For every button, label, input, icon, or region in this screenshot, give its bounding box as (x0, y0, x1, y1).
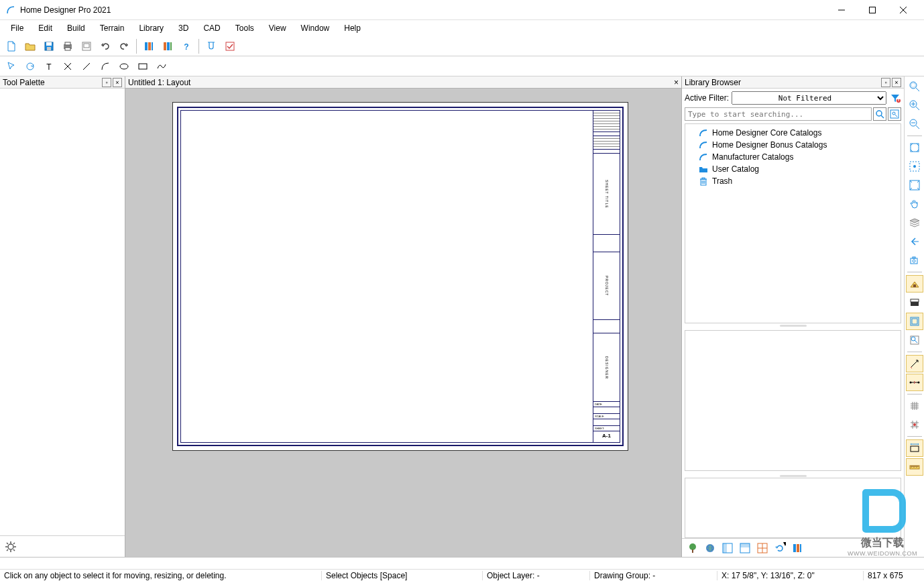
zoom-window-icon[interactable] (906, 78, 923, 95)
help-button[interactable]: ? (178, 38, 195, 55)
view2-icon[interactable] (737, 540, 753, 556)
layout-sheet[interactable]: SHEET TITLE PROJECT DESIGNER DATE: SCALE… (172, 102, 628, 451)
document-tab[interactable]: Untitled 1: Layout (128, 78, 674, 87)
tree-item-label: Home Designer Bonus Catalogs (712, 140, 827, 150)
splitter[interactable] (682, 323, 904, 327)
view-mode-1-icon[interactable] (906, 275, 923, 293)
menu-tools[interactable]: Tools (229, 22, 261, 34)
panels-icon[interactable] (789, 540, 805, 556)
maximize-button[interactable] (857, 0, 888, 20)
svg-rect-13 (148, 42, 151, 50)
dock-icon[interactable]: ▫ (102, 78, 111, 87)
minimize-button[interactable] (826, 0, 857, 20)
print-button[interactable] (59, 38, 76, 55)
arc-tool[interactable] (97, 58, 114, 75)
circle-tool[interactable] (115, 58, 133, 75)
line-tool[interactable] (78, 58, 95, 75)
menu-cad[interactable]: CAD (196, 22, 227, 34)
layers-button[interactable] (159, 38, 176, 55)
status-select: Select Objects [Space] (322, 571, 483, 580)
svg-rect-66 (911, 83, 915, 87)
status-group: Drawing Group: - (590, 571, 717, 580)
cross-tool[interactable] (59, 58, 76, 75)
menu-help[interactable]: Help (337, 22, 367, 34)
plant-icon[interactable] (685, 540, 701, 556)
tool-palette-panel: Tool Palette ▫ × (0, 76, 125, 557)
menu-terrain[interactable]: Terrain (93, 22, 131, 34)
tree-item[interactable]: Home Designer Bonus Catalogs (691, 139, 895, 151)
svg-rect-61 (793, 544, 796, 552)
title-block[interactable]: SHEET TITLE PROJECT DESIGNER DATE: SCALE… (593, 111, 620, 442)
layout-canvas[interactable]: SHEET TITLE PROJECT DESIGNER DATE: SCALE… (125, 89, 681, 557)
grid-icon[interactable] (906, 397, 923, 415)
svg-rect-62 (797, 544, 799, 552)
tree-item[interactable]: Trash (691, 175, 895, 187)
search-input[interactable] (685, 107, 872, 121)
menu-3d[interactable]: 3D (172, 22, 195, 34)
zoom-out-icon[interactable] (906, 115, 923, 133)
tree-item[interactable]: Home Designer Core Catalogs (691, 127, 895, 139)
back-icon[interactable] (906, 233, 923, 250)
page-setup-button[interactable] (78, 38, 95, 55)
camera-icon[interactable] (906, 252, 923, 269)
svg-text:?: ? (184, 42, 188, 52)
rectangle-tool[interactable] (134, 58, 152, 75)
filter-icon[interactable]: + (889, 92, 901, 104)
redo-button[interactable] (115, 38, 133, 55)
svg-rect-15 (164, 42, 166, 50)
check-button[interactable] (221, 38, 239, 55)
search-options-icon[interactable] (888, 107, 901, 121)
tree-item[interactable]: User Catalog (691, 163, 895, 175)
extents-icon[interactable] (906, 158, 923, 175)
pan-icon[interactable] (906, 195, 923, 213)
snap-icon[interactable] (906, 355, 923, 372)
library-tree[interactable]: Home Designer Core CatalogsHome Designer… (685, 123, 901, 323)
close-panel-icon[interactable]: × (892, 78, 901, 87)
undo-button[interactable] (97, 38, 114, 55)
menu-file[interactable]: File (4, 22, 30, 34)
fill-window-icon[interactable] (906, 176, 923, 194)
globe-icon[interactable] (702, 540, 718, 556)
menu-library[interactable]: Library (132, 22, 170, 34)
dim-icon[interactable] (906, 439, 923, 457)
view-mode-2-icon[interactable] (906, 294, 923, 311)
refresh-icon[interactable]: ▾ (772, 540, 788, 556)
status-coords: X: 17 5/8", Y: 13/16", Z: 0" (717, 571, 864, 580)
select-tool[interactable] (3, 58, 20, 75)
rotate-tool[interactable] (21, 58, 39, 75)
tab-close-icon[interactable]: × (674, 78, 679, 87)
close-panel-icon[interactable]: × (113, 78, 122, 87)
titleblock-sheet-title: SHEET TITLE (593, 154, 620, 235)
close-button[interactable] (888, 0, 919, 20)
spline-tool[interactable] (153, 58, 170, 75)
svg-rect-63 (800, 544, 801, 552)
search-icon[interactable] (873, 107, 886, 121)
svg-rect-9 (65, 48, 70, 50)
fit-icon[interactable] (906, 139, 923, 156)
view1-icon[interactable] (719, 540, 736, 556)
svg-rect-12 (145, 42, 148, 50)
filter-select[interactable]: Not Filtered (732, 91, 886, 105)
dock-icon[interactable]: ▫ (881, 78, 890, 87)
tree-item[interactable]: Manufacturer Catalogs (691, 151, 895, 163)
menu-edit[interactable]: Edit (32, 22, 59, 34)
zoom-in-icon[interactable] (906, 97, 923, 114)
menu-build[interactable]: Build (60, 22, 92, 34)
gear-icon[interactable] (4, 540, 17, 553)
open-file-button[interactable] (21, 38, 39, 55)
ruler-icon[interactable] (906, 458, 923, 476)
new-file-button[interactable] (3, 38, 20, 55)
save-button[interactable] (40, 38, 58, 55)
library-button[interactable] (140, 38, 158, 55)
titleblock-date: DATE: (593, 402, 620, 407)
grid-snap-icon[interactable] (906, 416, 923, 433)
view3-icon[interactable] (754, 540, 770, 556)
text-tool[interactable]: T (40, 58, 58, 75)
menu-view[interactable]: View (262, 22, 293, 34)
ortho-icon[interactable] (906, 374, 923, 391)
menu-window[interactable]: Window (294, 22, 337, 34)
layers-icon[interactable] (906, 214, 923, 231)
preferences-button[interactable] (203, 38, 220, 55)
view-mode-3-icon[interactable] (906, 313, 923, 330)
view-mode-4-icon[interactable] (906, 331, 923, 349)
